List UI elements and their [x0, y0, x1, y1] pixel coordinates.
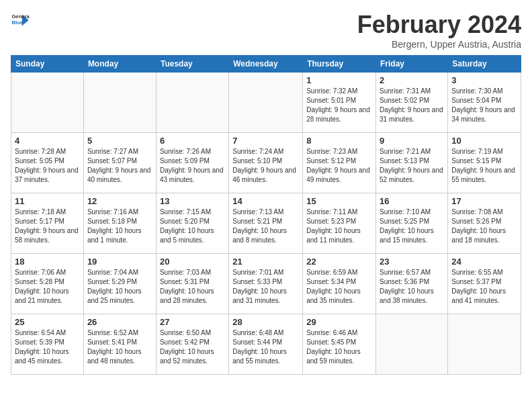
calendar-cell: 2Sunrise: 7:31 AM Sunset: 5:02 PM Daylig…	[376, 73, 448, 133]
calendar-cell: 24Sunrise: 6:55 AM Sunset: 5:37 PM Dayli…	[448, 254, 521, 314]
day-info: Sunrise: 7:26 AM Sunset: 5:09 PM Dayligh…	[160, 147, 225, 185]
title-block: February 2024 Bergern, Upper Austria, Au…	[357, 11, 521, 50]
calendar-cell: 22Sunrise: 6:59 AM Sunset: 5:34 PM Dayli…	[303, 254, 376, 314]
calendar-cell: 25Sunrise: 6:54 AM Sunset: 5:39 PM Dayli…	[11, 314, 84, 375]
day-info: Sunrise: 7:10 AM Sunset: 5:25 PM Dayligh…	[380, 208, 444, 245]
day-number: 26	[87, 317, 152, 327]
day-info: Sunrise: 7:21 AM Sunset: 5:13 PM Dayligh…	[380, 147, 444, 185]
day-number: 25	[15, 317, 80, 327]
calendar-cell	[448, 314, 521, 375]
day-info: Sunrise: 7:16 AM Sunset: 5:18 PM Dayligh…	[87, 208, 152, 245]
day-info: Sunrise: 6:57 AM Sunset: 5:36 PM Dayligh…	[380, 268, 444, 306]
calendar-body: 1Sunrise: 7:32 AM Sunset: 5:01 PM Daylig…	[11, 73, 521, 375]
day-number: 15	[306, 196, 372, 206]
day-number: 16	[380, 196, 444, 206]
calendar-week-row: 4Sunrise: 7:28 AM Sunset: 5:05 PM Daylig…	[11, 133, 521, 193]
weekday-header-cell: Saturday	[448, 56, 521, 73]
day-number: 8	[306, 136, 372, 146]
day-number: 20	[160, 257, 225, 267]
day-number: 2	[380, 75, 444, 85]
calendar-cell: 12Sunrise: 7:16 AM Sunset: 5:18 PM Dayli…	[83, 193, 156, 254]
day-number: 29	[306, 317, 372, 327]
day-info: Sunrise: 7:01 AM Sunset: 5:33 PM Dayligh…	[232, 268, 299, 306]
weekday-header-row: SundayMondayTuesdayWednesdayThursdayFrid…	[11, 56, 521, 73]
calendar-cell: 28Sunrise: 6:48 AM Sunset: 5:44 PM Dayli…	[229, 314, 303, 375]
day-number: 13	[160, 196, 225, 206]
calendar-cell: 9Sunrise: 7:21 AM Sunset: 5:13 PM Daylig…	[376, 133, 448, 193]
calendar-cell: 7Sunrise: 7:24 AM Sunset: 5:10 PM Daylig…	[229, 133, 303, 193]
calendar-cell: 26Sunrise: 6:52 AM Sunset: 5:41 PM Dayli…	[83, 314, 156, 375]
day-info: Sunrise: 6:55 AM Sunset: 5:37 PM Dayligh…	[451, 268, 517, 306]
svg-text:Blue: Blue	[11, 19, 23, 26]
day-info: Sunrise: 7:08 AM Sunset: 5:26 PM Dayligh…	[451, 208, 517, 245]
day-number: 7	[232, 136, 299, 146]
calendar-week-row: 11Sunrise: 7:18 AM Sunset: 5:17 PM Dayli…	[11, 193, 521, 254]
calendar-week-row: 1Sunrise: 7:32 AM Sunset: 5:01 PM Daylig…	[11, 73, 521, 133]
calendar-cell: 18Sunrise: 7:06 AM Sunset: 5:28 PM Dayli…	[11, 254, 84, 314]
day-number: 6	[160, 136, 225, 146]
calendar-cell: 8Sunrise: 7:23 AM Sunset: 5:12 PM Daylig…	[303, 133, 376, 193]
day-info: Sunrise: 7:03 AM Sunset: 5:31 PM Dayligh…	[160, 268, 225, 306]
calendar-cell: 21Sunrise: 7:01 AM Sunset: 5:33 PM Dayli…	[229, 254, 303, 314]
day-number: 12	[87, 196, 152, 206]
calendar-cell: 5Sunrise: 7:27 AM Sunset: 5:07 PM Daylig…	[83, 133, 156, 193]
day-info: Sunrise: 7:15 AM Sunset: 5:20 PM Dayligh…	[160, 208, 225, 245]
weekday-header-cell: Monday	[83, 56, 156, 73]
calendar-cell: 14Sunrise: 7:13 AM Sunset: 5:21 PM Dayli…	[229, 193, 303, 254]
day-info: Sunrise: 6:54 AM Sunset: 5:39 PM Dayligh…	[15, 328, 80, 366]
weekday-header-cell: Tuesday	[156, 56, 228, 73]
calendar-cell	[156, 73, 228, 133]
day-number: 17	[451, 196, 517, 206]
day-info: Sunrise: 7:11 AM Sunset: 5:23 PM Dayligh…	[306, 208, 372, 245]
day-number: 23	[380, 257, 444, 267]
calendar-cell	[229, 73, 303, 133]
calendar-week-row: 18Sunrise: 7:06 AM Sunset: 5:28 PM Dayli…	[11, 254, 521, 314]
calendar-cell: 17Sunrise: 7:08 AM Sunset: 5:26 PM Dayli…	[448, 193, 521, 254]
calendar-cell: 23Sunrise: 6:57 AM Sunset: 5:36 PM Dayli…	[376, 254, 448, 314]
day-number: 11	[15, 196, 80, 206]
calendar-cell: 27Sunrise: 6:50 AM Sunset: 5:42 PM Dayli…	[156, 314, 228, 375]
day-number: 19	[87, 257, 152, 267]
location: Bergern, Upper Austria, Austria	[357, 39, 521, 50]
day-number: 5	[87, 136, 152, 146]
day-info: Sunrise: 7:06 AM Sunset: 5:28 PM Dayligh…	[15, 268, 80, 306]
day-number: 4	[15, 136, 80, 146]
calendar-cell: 10Sunrise: 7:19 AM Sunset: 5:15 PM Dayli…	[448, 133, 521, 193]
day-info: Sunrise: 7:18 AM Sunset: 5:17 PM Dayligh…	[15, 208, 80, 245]
day-number: 18	[15, 257, 80, 267]
logo-icon: General Blue	[11, 11, 30, 30]
day-info: Sunrise: 6:46 AM Sunset: 5:45 PM Dayligh…	[306, 328, 372, 366]
calendar-cell: 6Sunrise: 7:26 AM Sunset: 5:09 PM Daylig…	[156, 133, 228, 193]
day-info: Sunrise: 7:32 AM Sunset: 5:01 PM Dayligh…	[306, 87, 372, 124]
month-title: February 2024	[357, 11, 521, 39]
calendar-cell: 16Sunrise: 7:10 AM Sunset: 5:25 PM Dayli…	[376, 193, 448, 254]
day-info: Sunrise: 7:13 AM Sunset: 5:21 PM Dayligh…	[232, 208, 299, 245]
weekday-header-cell: Thursday	[303, 56, 376, 73]
calendar-cell: 1Sunrise: 7:32 AM Sunset: 5:01 PM Daylig…	[303, 73, 376, 133]
day-info: Sunrise: 7:30 AM Sunset: 5:04 PM Dayligh…	[451, 87, 517, 124]
calendar-cell: 3Sunrise: 7:30 AM Sunset: 5:04 PM Daylig…	[448, 73, 521, 133]
day-number: 10	[451, 136, 517, 146]
day-number: 9	[380, 136, 444, 146]
day-info: Sunrise: 7:19 AM Sunset: 5:15 PM Dayligh…	[451, 147, 517, 185]
day-info: Sunrise: 6:50 AM Sunset: 5:42 PM Dayligh…	[160, 328, 225, 366]
calendar-cell	[376, 314, 448, 375]
day-number: 28	[232, 317, 299, 327]
day-number: 22	[306, 257, 372, 267]
day-info: Sunrise: 7:31 AM Sunset: 5:02 PM Dayligh…	[380, 87, 444, 124]
day-info: Sunrise: 6:52 AM Sunset: 5:41 PM Dayligh…	[87, 328, 152, 366]
calendar-cell: 4Sunrise: 7:28 AM Sunset: 5:05 PM Daylig…	[11, 133, 84, 193]
calendar-cell	[11, 73, 84, 133]
day-info: Sunrise: 7:23 AM Sunset: 5:12 PM Dayligh…	[306, 147, 372, 185]
day-info: Sunrise: 7:27 AM Sunset: 5:07 PM Dayligh…	[87, 147, 152, 185]
weekday-header-cell: Sunday	[11, 56, 84, 73]
weekday-header-cell: Wednesday	[229, 56, 303, 73]
calendar-cell: 11Sunrise: 7:18 AM Sunset: 5:17 PM Dayli…	[11, 193, 84, 254]
day-number: 3	[451, 75, 517, 85]
calendar-cell: 19Sunrise: 7:04 AM Sunset: 5:29 PM Dayli…	[83, 254, 156, 314]
calendar-cell	[83, 73, 156, 133]
day-number: 14	[232, 196, 299, 206]
day-number: 27	[160, 317, 225, 327]
day-number: 24	[451, 257, 517, 267]
calendar-table: SundayMondayTuesdayWednesdayThursdayFrid…	[11, 55, 521, 375]
